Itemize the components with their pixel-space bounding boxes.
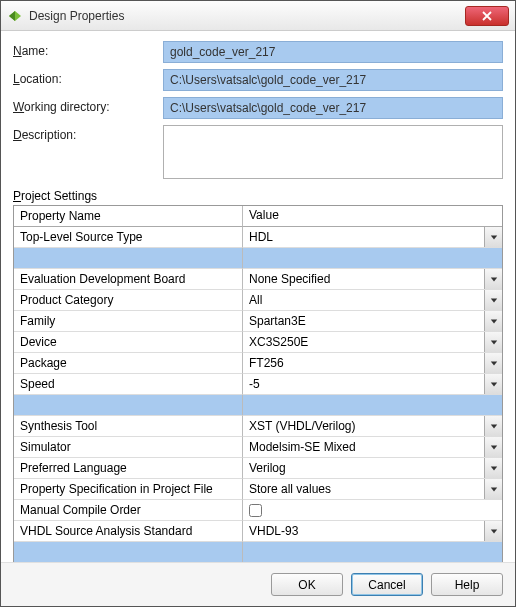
value-text: -5 [243,374,484,394]
property-cell: Top-Level Source Type [14,227,243,248]
value-text: FT256 [243,353,484,373]
dialog-buttons: OK Cancel Help [1,562,515,606]
value-cell[interactable]: Spartan3E [243,311,502,332]
property-cell: Preferred Language [14,458,243,479]
checkbox[interactable] [249,504,262,517]
dropdown-icon[interactable] [484,521,502,541]
value-cell[interactable]: -5 [243,374,502,395]
title-bar: Design Properties [1,1,515,31]
workdir-field: C:\Users\vatsalc\gold_code_ver_217 [163,97,503,119]
cancel-button[interactable]: Cancel [351,573,423,596]
table-row: Property Specification in Project FileSt… [14,479,502,500]
separator-row [14,395,502,416]
svg-marker-6 [490,340,496,344]
property-cell [14,395,243,416]
table-row: Top-Level Source TypeHDL [14,227,502,248]
svg-marker-8 [490,382,496,386]
property-cell: Speed [14,374,243,395]
svg-marker-12 [490,487,496,491]
window-title: Design Properties [29,9,465,23]
dropdown-icon[interactable] [484,311,502,331]
dropdown-icon[interactable] [484,332,502,352]
table-row: FamilySpartan3E [14,311,502,332]
value-text: XC3S250E [243,332,484,352]
value-cell[interactable]: VHDL-93 [243,521,502,542]
property-cell: Manual Compile Order [14,500,243,521]
dropdown-icon[interactable] [484,374,502,394]
close-button[interactable] [465,6,509,26]
svg-marker-2 [490,235,496,239]
table-row: Synthesis ToolXST (VHDL/Verilog) [14,416,502,437]
value-text: None Specified [243,269,484,289]
dropdown-icon[interactable] [484,458,502,478]
table-row: DeviceXC3S250E [14,332,502,353]
ok-button[interactable]: OK [271,573,343,596]
value-cell [243,248,502,269]
description-label: Description: [13,125,163,142]
separator-row [14,542,502,562]
value-cell [243,542,502,562]
dropdown-icon[interactable] [484,416,502,436]
property-cell: Evaluation Development Board [14,269,243,290]
separator-row [14,248,502,269]
value-text: VHDL-93 [243,521,484,541]
value-text: Verilog [243,458,484,478]
value-cell[interactable]: None Specified [243,269,502,290]
svg-marker-7 [490,361,496,365]
svg-marker-3 [490,277,496,281]
dropdown-icon[interactable] [484,269,502,289]
value-text: Spartan3E [243,311,484,331]
svg-marker-1 [9,11,15,21]
property-cell [14,248,243,269]
property-cell: VHDL Source Analysis Standard [14,521,243,542]
name-label: Name: [13,41,163,58]
header-value: Value [243,206,502,227]
property-cell: Product Category [14,290,243,311]
table-row: VHDL Source Analysis StandardVHDL-93 [14,521,502,542]
svg-marker-13 [490,529,496,533]
project-settings-label: Project Settings [13,189,503,203]
svg-marker-4 [490,298,496,302]
value-cell[interactable] [243,500,502,521]
value-cell[interactable]: XC3S250E [243,332,502,353]
svg-marker-9 [490,424,496,428]
table-row: Speed-5 [14,374,502,395]
dropdown-icon[interactable] [484,227,502,247]
location-field: C:\Users\vatsalc\gold_code_ver_217 [163,69,503,91]
table-row: SimulatorModelsim-SE Mixed [14,437,502,458]
svg-marker-10 [490,445,496,449]
value-cell[interactable]: Modelsim-SE Mixed [243,437,502,458]
property-cell: Package [14,353,243,374]
table-row: Manual Compile Order [14,500,502,521]
value-text: HDL [243,227,484,247]
table-header: Property Name Value [14,206,502,227]
property-cell: Family [14,311,243,332]
dropdown-icon[interactable] [484,479,502,499]
value-cell[interactable]: Store all values [243,479,502,500]
value-text: Modelsim-SE Mixed [243,437,484,457]
property-cell: Property Specification in Project File [14,479,243,500]
value-cell[interactable]: All [243,290,502,311]
dropdown-icon[interactable] [484,353,502,373]
value-cell[interactable]: HDL [243,227,502,248]
value-cell[interactable]: Verilog [243,458,502,479]
help-button[interactable]: Help [431,573,503,596]
dropdown-icon[interactable] [484,437,502,457]
svg-marker-11 [490,466,496,470]
value-cell[interactable]: FT256 [243,353,502,374]
workdir-label: Working directory: [13,97,163,114]
location-label: Location: [13,69,163,86]
property-cell [14,542,243,562]
app-icon [7,8,23,24]
dropdown-icon[interactable] [484,290,502,310]
value-text: All [243,290,484,310]
value-text: XST (VHDL/Verilog) [243,416,484,436]
value-text: Store all values [243,479,484,499]
description-field[interactable] [163,125,503,179]
settings-table: Property Name Value Top-Level Source Typ… [13,205,503,562]
property-cell: Simulator [14,437,243,458]
value-cell[interactable]: XST (VHDL/Verilog) [243,416,502,437]
table-row: PackageFT256 [14,353,502,374]
name-field: gold_code_ver_217 [163,41,503,63]
table-row: Preferred LanguageVerilog [14,458,502,479]
